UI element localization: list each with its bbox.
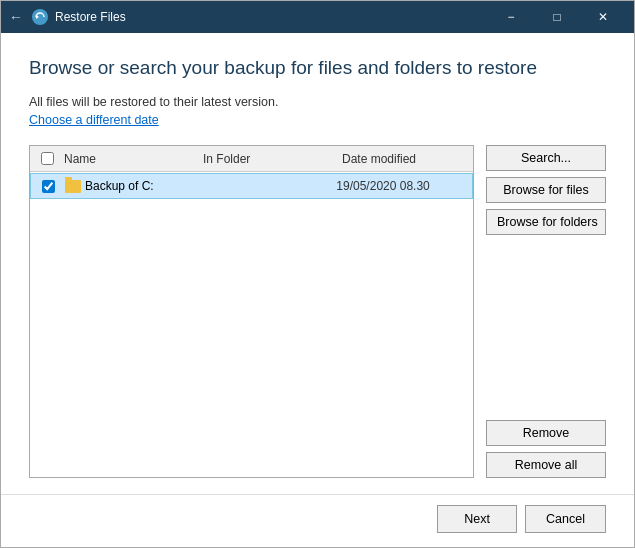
folder-icon bbox=[65, 180, 81, 193]
cancel-button[interactable]: Cancel bbox=[525, 505, 606, 533]
select-all-checkbox[interactable] bbox=[41, 152, 54, 165]
col-header-name: Name bbox=[64, 152, 203, 166]
window-title: Restore Files bbox=[55, 10, 488, 24]
minimize-button[interactable]: − bbox=[488, 1, 534, 33]
choose-date-link[interactable]: Choose a different date bbox=[29, 113, 606, 127]
row-name: Backup of C: bbox=[85, 179, 154, 193]
side-buttons: Search... Browse for files Browse for fo… bbox=[486, 145, 606, 478]
page-title: Browse or search your backup for files a… bbox=[29, 57, 606, 79]
description-text: All files will be restored to their late… bbox=[29, 95, 606, 109]
maximize-button[interactable]: □ bbox=[534, 1, 580, 33]
row-date-cell: 19/05/2020 08.30 bbox=[336, 179, 472, 193]
row-checkbox[interactable] bbox=[42, 180, 55, 193]
remove-button[interactable]: Remove bbox=[486, 420, 606, 446]
table-row[interactable]: Backup of C: 19/05/2020 08.30 bbox=[30, 173, 473, 199]
svg-point-0 bbox=[32, 9, 48, 25]
restore-icon bbox=[31, 8, 49, 26]
file-list-header: Name In Folder Date modified bbox=[30, 146, 473, 172]
file-list: Name In Folder Date modified Backup of C… bbox=[29, 145, 474, 478]
remove-all-button[interactable]: Remove all bbox=[486, 452, 606, 478]
file-list-body: Backup of C: 19/05/2020 08.30 bbox=[30, 172, 473, 477]
row-checkbox-col bbox=[31, 180, 65, 193]
col-header-folder: In Folder bbox=[203, 152, 342, 166]
close-button[interactable]: ✕ bbox=[580, 1, 626, 33]
header-checkbox-col bbox=[30, 152, 64, 165]
spacer bbox=[486, 241, 606, 414]
browse-files-button[interactable]: Browse for files bbox=[486, 177, 606, 203]
main-content: Browse or search your backup for files a… bbox=[1, 33, 634, 494]
main-area: Name In Folder Date modified Backup of C… bbox=[29, 145, 606, 478]
back-button[interactable]: ← bbox=[9, 9, 23, 25]
browse-folders-button[interactable]: Browse for folders bbox=[486, 209, 606, 235]
title-bar: ← Restore Files − □ ✕ bbox=[1, 1, 634, 33]
window-controls: − □ ✕ bbox=[488, 1, 626, 33]
search-button[interactable]: Search... bbox=[486, 145, 606, 171]
col-header-date: Date modified bbox=[342, 152, 473, 166]
footer: Next Cancel bbox=[1, 494, 634, 547]
restore-files-window: ← Restore Files − □ ✕ Browse or search y… bbox=[0, 0, 635, 548]
next-button[interactable]: Next bbox=[437, 505, 517, 533]
row-name-cell: Backup of C: bbox=[65, 179, 201, 193]
